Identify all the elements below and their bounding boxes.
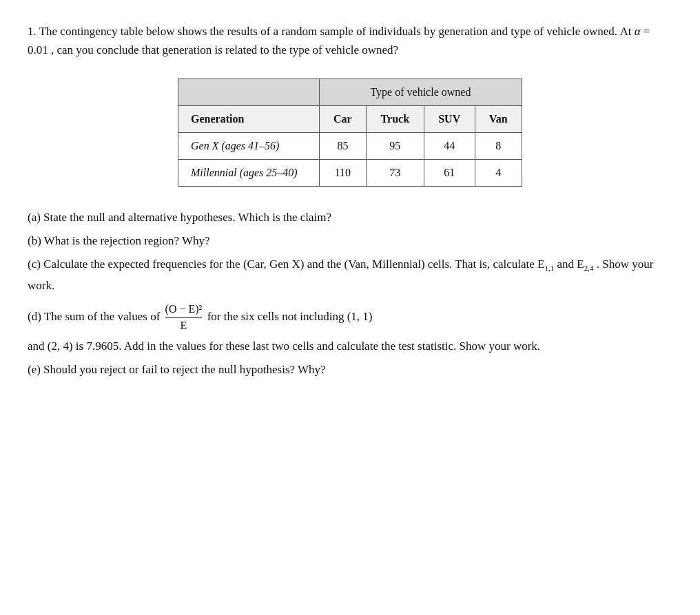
table-genx-van: 8 [475,133,522,160]
table-millennial-truck: 73 [366,160,424,187]
question-intro: 1. The contingency table below shows the… [28,22,672,59]
table-millennial-label: Millennial (ages 25–40) [178,160,320,187]
part-c-e24: E2,4 [577,258,596,271]
contingency-table-container: Type of vehicle owned Generation Car Tru… [28,79,672,187]
table-row-millennial: Millennial (ages 25–40) 110 73 61 4 [178,160,522,187]
table-row-genx: Gen X (ages 41–56) 85 95 44 8 [178,133,522,160]
answers-section: (a) State the null and alternative hypot… [28,207,672,379]
part-a: (a) State the null and alternative hypot… [28,207,672,228]
table-millennial-car: 110 [319,160,366,187]
part-c-e11: E1,1 [537,258,557,271]
table-car-col-header: Car [319,106,366,133]
part-d-fraction: (O − E)² E [165,302,203,333]
intro-end: , can you conclude that generation is re… [51,43,398,56]
contingency-table: Type of vehicle owned Generation Car Tru… [178,79,522,187]
table-genx-truck: 95 [366,133,424,160]
alpha-symbol: α [635,25,641,38]
fraction-denominator: E [181,318,187,333]
table-header-row-sub: Generation Car Truck SUV Van [178,106,522,133]
table-van-col-header: Van [475,106,522,133]
table-millennial-suv: 61 [424,160,475,187]
part-c: (c) Calculate the expected frequencies f… [28,254,672,295]
table-millennial-van: 4 [475,160,522,187]
part-b: (b) What is the rejection region? Why? [28,231,672,251]
part-d: (d) The sum of the values of (O − E)² E … [28,302,672,333]
table-genx-suv: 44 [424,133,475,160]
part-e: (e) Should you reject or fail to reject … [28,359,672,380]
table-suv-col-header: SUV [424,106,475,133]
table-empty-top-left [178,79,320,106]
part-d-continued: and (2, 4) is 7.9605. Add in the values … [28,336,672,357]
part-c-and: and [557,258,574,271]
table-vehicle-type-header: Type of vehicle owned [319,79,522,106]
page-content: 1. The contingency table below shows the… [28,22,672,379]
table-genx-car: 85 [319,133,366,160]
table-header-row-top: Type of vehicle owned [178,79,522,106]
fraction-numerator: (O − E)² [165,302,203,318]
part-d-suffix: for the six cells not including (1, 1) [207,310,373,323]
table-truck-col-header: Truck [366,106,424,133]
intro-text: 1. The contingency table below shows the… [28,25,631,38]
table-generation-col-header: Generation [178,106,320,133]
table-genx-label: Gen X (ages 41–56) [178,133,320,160]
part-c-prefix: (c) Calculate the expected frequencies f… [28,258,535,271]
part-d-prefix: (d) The sum of the values of [28,310,160,323]
